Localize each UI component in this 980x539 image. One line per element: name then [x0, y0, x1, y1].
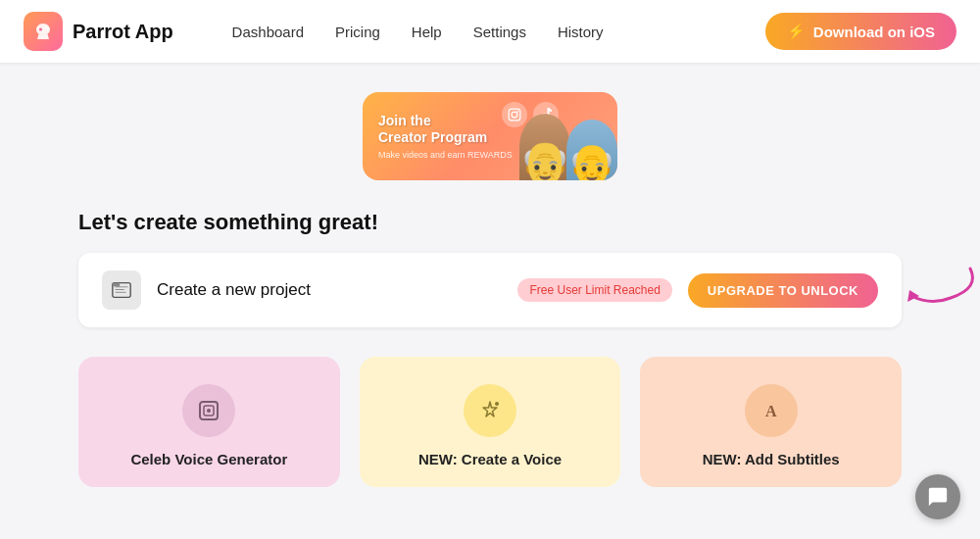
nav-dashboard[interactable]: Dashboard	[232, 24, 304, 40]
feature-cards: Celeb Voice Generator NEW: Create a Voic…	[78, 357, 902, 487]
promo-banner[interactable]: Join theCreator Program Make videos and …	[363, 92, 617, 180]
svg-point-13	[495, 402, 499, 406]
add-subtitles-icon-circle: A	[745, 384, 798, 437]
download-ios-button[interactable]: ⚡ Download on iOS	[765, 13, 956, 50]
nav-history[interactable]: History	[558, 24, 604, 40]
celeb-voice-icon-circle	[182, 384, 235, 437]
download-icon: ⚡	[787, 23, 806, 40]
promo-text: Join theCreator Program Make videos and …	[378, 113, 513, 160]
download-label: Download on iOS	[813, 24, 935, 40]
add-subtitles-label: NEW: Add Subtitles	[703, 451, 840, 467]
svg-rect-6	[116, 286, 128, 287]
nav-links: Dashboard Pricing Help Settings History	[232, 24, 765, 40]
feature-card-celeb-voice[interactable]: Celeb Voice Generator	[78, 357, 340, 487]
nav-pricing[interactable]: Pricing	[335, 24, 380, 40]
main-content: Join theCreator Program Make videos and …	[0, 63, 980, 516]
nav-help[interactable]: Help	[412, 24, 442, 40]
nav-settings[interactable]: Settings	[473, 24, 526, 40]
create-voice-icon-circle	[464, 384, 516, 437]
upgrade-to-unlock-button[interactable]: UPGRADE TO UNLOCK	[688, 273, 878, 308]
svg-point-0	[39, 28, 42, 31]
create-project-label: Create a new project	[157, 280, 502, 300]
create-voice-label: NEW: Create a Voice	[418, 451, 562, 467]
logo-icon	[24, 12, 63, 51]
promo-subtitle: Make videos and earn REWARDS	[378, 150, 513, 160]
feature-card-add-subtitles[interactable]: A NEW: Add Subtitles	[640, 357, 902, 487]
app-logo[interactable]: Parrot App	[24, 12, 173, 51]
app-name: Parrot App	[73, 21, 173, 43]
svg-rect-5	[113, 283, 120, 287]
create-project-card: Create a new project Free User Limit Rea…	[78, 253, 902, 327]
svg-rect-8	[116, 292, 126, 293]
celeb-voice-label: Celeb Voice Generator	[130, 451, 287, 467]
page-heading: Let's create something great!	[78, 210, 902, 235]
free-limit-badge: Free User Limit Reached	[517, 278, 671, 302]
navbar: Parrot App Dashboard Pricing Help Settin…	[0, 0, 980, 63]
chat-bubble[interactable]	[915, 474, 960, 519]
feature-card-create-voice[interactable]: NEW: Create a Voice	[360, 357, 621, 487]
svg-point-12	[207, 409, 211, 413]
svg-point-3	[516, 111, 518, 113]
upgrade-arrow	[902, 259, 980, 321]
promo-title: Join theCreator Program	[378, 113, 513, 146]
project-icon	[102, 270, 141, 310]
svg-text:A: A	[765, 403, 777, 419]
svg-point-2	[512, 112, 517, 118]
svg-rect-7	[116, 289, 124, 290]
